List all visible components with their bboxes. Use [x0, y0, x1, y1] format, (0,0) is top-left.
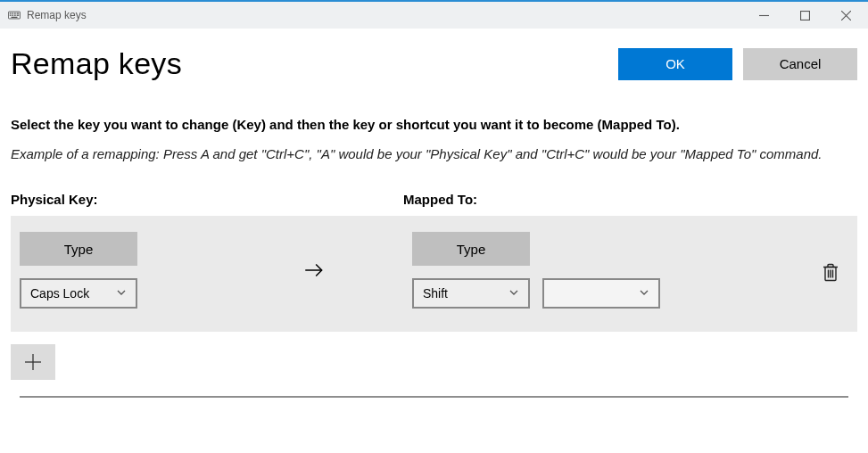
svg-rect-2: [12, 12, 13, 13]
example-text: Example of a remapping: Press A and get …: [11, 144, 857, 163]
delete-row-button[interactable]: [822, 263, 839, 285]
close-button[interactable]: [825, 2, 866, 29]
svg-rect-5: [10, 15, 12, 16]
maximize-button[interactable]: [784, 2, 825, 29]
physical-key-value: Caps Lock: [30, 286, 116, 301]
svg-rect-9: [12, 17, 18, 18]
svg-rect-4: [17, 12, 20, 13]
mapped-type-button[interactable]: Type: [412, 232, 530, 266]
titlebar: Remap keys: [0, 0, 868, 29]
divider: [20, 396, 848, 398]
chevron-down-icon: [508, 286, 519, 301]
svg-rect-7: [14, 15, 16, 16]
chevron-down-icon: [116, 286, 127, 301]
svg-rect-6: [12, 15, 13, 16]
mapped-key-select-2[interactable]: [542, 278, 660, 309]
arrow-icon: [216, 259, 412, 282]
window-title: Remap keys: [27, 9, 87, 21]
column-headers: Physical Key: Mapped To:: [11, 192, 857, 207]
svg-rect-3: [14, 12, 16, 13]
svg-rect-1: [10, 12, 12, 13]
mapped-to-header: Mapped To:: [403, 192, 857, 207]
header: Remap keys OK Cancel: [11, 46, 857, 81]
add-mapping-button[interactable]: [11, 344, 55, 380]
mapped-key-select-1[interactable]: Shift: [412, 278, 530, 309]
ok-button[interactable]: OK: [618, 48, 732, 80]
physical-type-button[interactable]: Type: [20, 232, 137, 266]
page-title: Remap keys: [11, 46, 608, 81]
instructions-text: Select the key you want to change (Key) …: [11, 117, 857, 132]
minimize-button[interactable]: [743, 2, 784, 29]
chevron-down-icon: [639, 286, 649, 301]
keyboard-icon: [7, 8, 21, 22]
cancel-button[interactable]: Cancel: [743, 48, 857, 80]
mapping-row: Type Caps Lock Type Shift: [11, 216, 857, 332]
physical-key-select[interactable]: Caps Lock: [20, 278, 137, 309]
svg-rect-11: [800, 11, 809, 20]
physical-key-header: Physical Key:: [11, 192, 403, 207]
svg-rect-8: [17, 15, 20, 16]
mapped-key-1-value: Shift: [423, 286, 508, 301]
